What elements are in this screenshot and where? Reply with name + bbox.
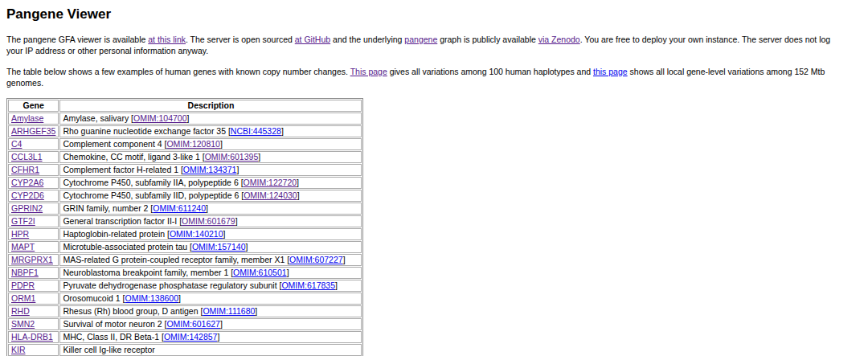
table-row: AmylaseAmylase, salivary [OMIM:104700] [8,113,362,125]
description-cell: Survival of motor neuron 2 [OMIM:601627] [59,318,362,330]
gene-link[interactable]: GTF2I [11,216,35,226]
gene-link[interactable]: PDPR [11,280,35,290]
table-row: HLA-DRB1MHC, Class II, DR Beta-1 [OMIM:1… [8,331,362,343]
reference-link[interactable]: OMIM:122720 [244,178,297,187]
description-text-suffix: ] [178,293,181,303]
reference-link[interactable]: OMIM:111680 [203,306,255,316]
description-cell: MHC, Class II, DR Beta-1 [OMIM:142857] [59,331,362,343]
gene-link[interactable]: HPR [11,229,29,239]
gene-cell: CYP2A6 [8,177,59,189]
gene-link[interactable]: CYP2D6 [11,190,44,200]
viewer-link[interactable]: at this link [148,35,186,44]
gene-cell: RHD [8,305,59,317]
gene-cell: Amylase [8,113,59,125]
intro-text-2: . The server is open sourced [186,35,295,44]
gene-link[interactable]: MAPT [11,242,35,252]
gene-link[interactable]: RHD [11,306,30,316]
human-variations-link[interactable]: This page [350,67,387,76]
gene-cell: SMN2 [8,318,59,330]
description-text-suffix: ] [297,190,300,200]
intro-paragraph: The pangene GFA viewer is available at t… [6,34,862,56]
description-text: MHC, Class II, DR Beta-1 [ [63,332,163,342]
description-text-suffix: ] [245,242,248,252]
description-text-suffix: ] [281,126,284,136]
gene-cell: MAPT [8,241,59,253]
description-text: Orosomucoid 1 [ [63,293,125,303]
description-cell: Rho guanine nucleotide exchange factor 3… [59,125,362,137]
description-text: Complement factor H-related 1 [ [63,165,182,174]
reference-link[interactable]: OMIM:601395 [205,152,259,162]
table-row: CYP2A6Cytochrome P450, subfamily IIA, po… [8,177,362,189]
gene-cell: ARHGEF35 [8,125,59,137]
description-cell: Complement component 4 [OMIM:120810] [59,138,362,150]
description-cell: Haptoglobin-related protein [OMIM:140210… [59,228,362,240]
description-cell: MAS-related G protein-coupled receptor f… [59,254,362,266]
gene-link[interactable]: MRGPRX1 [11,255,53,264]
reference-link[interactable]: OMIM:601679 [182,216,235,226]
description-cell: Killer cell Ig-like receptor [59,344,362,356]
description-column-header: Description [59,100,362,112]
zenodo-link[interactable]: via Zenodo [538,35,580,44]
intro-text-4: graph is publicly available [437,35,538,44]
gene-link[interactable]: CYP2A6 [11,178,43,187]
reference-link[interactable]: OMIM:617835 [281,280,335,290]
gene-link[interactable]: GPRIN2 [11,203,43,213]
description-text-suffix: ] [255,306,257,316]
gene-table-header: Gene Description [8,100,362,112]
table-row: PDPRPyruvate dehydrogenase phosphatase r… [8,280,362,292]
description-text: Rho guanine nucleotide exchange factor 3… [63,126,230,136]
gene-link[interactable]: HLA-DRB1 [11,332,53,342]
gene-link[interactable]: C4 [11,139,22,149]
examples-text-4: genomes. [6,78,43,88]
gene-cell: PDPR [8,280,59,292]
reference-link[interactable]: OMIM:611240 [153,203,206,213]
gene-cell: HLA-DRB1 [8,331,59,343]
gene-cell: ORM1 [8,293,59,305]
gene-cell: HPR [8,228,59,240]
table-row: HPRHaptoglobin-related protein [OMIM:140… [8,228,362,240]
reference-link[interactable]: OMIM:124030 [244,190,297,200]
intro-text-6: your IP address or other personal inform… [6,46,208,55]
reference-link[interactable]: OMIM:120810 [166,139,220,149]
gene-link[interactable]: CFHR1 [11,165,39,174]
table-row: CCL3L1Chemokine, CC motif, ligand 3-like… [8,151,362,163]
gene-link[interactable]: KIR [11,345,26,354]
gene-link[interactable]: ORM1 [11,293,35,303]
table-row: C4Complement component 4 [OMIM:120810] [8,138,362,150]
description-cell: Chemokine, CC motif, ligand 3-like 1 [OM… [59,151,362,163]
github-link[interactable]: at GitHub [295,35,330,44]
table-row: NBPF1Neuroblastoma breakpoint family, me… [8,267,362,279]
description-cell: Pyruvate dehydrogenase phosphatase regul… [59,280,362,292]
reference-link[interactable]: OMIM:607227 [289,255,343,264]
description-text-suffix: ] [206,203,208,213]
gene-link[interactable]: NBPF1 [11,268,39,277]
reference-link[interactable]: OMIM:134371 [183,165,237,174]
mtb-variations-link[interactable]: this page [593,67,628,76]
description-cell: Cytochrome P450, subfamily IIA, polypept… [59,177,362,189]
description-text: GRIN family, number 2 [ [63,203,153,213]
description-cell: GRIN family, number 2 [OMIM:611240] [59,203,362,215]
gene-cell: CCL3L1 [8,151,59,163]
gene-table: Gene Description AmylaseAmylase, salivar… [6,98,363,356]
examples-text-1: The table below shows a few examples of … [6,67,350,76]
description-text-suffix: ] [223,229,226,239]
reference-link[interactable]: OMIM:157140 [192,242,246,252]
gene-link[interactable]: CCL3L1 [11,152,43,162]
pangene-link[interactable]: pangene [404,35,437,44]
gene-link[interactable]: SMN2 [11,319,35,329]
reference-link[interactable]: OMIM:601627 [166,319,220,329]
description-text: MAS-related G protein-coupled receptor f… [63,255,289,264]
reference-link[interactable]: OMIM:104700 [133,113,187,123]
reference-link[interactable]: OMIM:610501 [233,268,287,277]
gene-column-header: Gene [8,100,59,112]
reference-link[interactable]: NCBI:445328 [231,126,281,136]
reference-link[interactable]: OMIM:140210 [170,229,223,239]
reference-link[interactable]: OMIM:142857 [164,332,218,342]
reference-link[interactable]: OMIM:138600 [125,293,178,303]
description-text-suffix: ] [187,113,190,123]
gene-link[interactable]: ARHGEF35 [11,126,55,136]
header-row: Gene Description [8,100,362,112]
gene-cell: GPRIN2 [8,203,59,215]
description-text-suffix: ] [297,178,299,187]
gene-link[interactable]: Amylase [11,113,43,123]
